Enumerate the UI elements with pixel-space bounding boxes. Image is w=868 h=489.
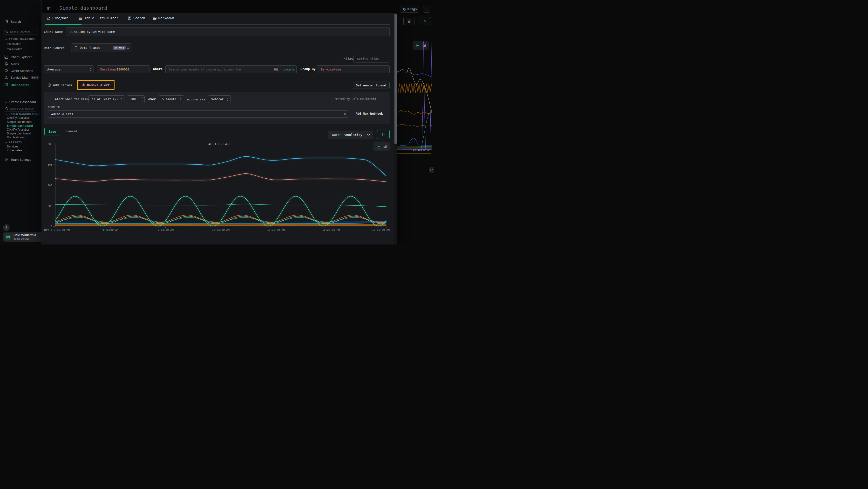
beta-badge: BETA — [31, 76, 39, 79]
alias-input[interactable]: Series alias — [353, 55, 390, 62]
field-divisor: 1000000 — [117, 67, 129, 71]
alias-rule — [44, 59, 343, 59]
saved-dashboards-header[interactable]: SAVED DASHBOARDS — [5, 113, 41, 115]
dashboard-item-active[interactable]: Simple dashboard — [7, 124, 33, 127]
sidebar-divider — [0, 89, 41, 89]
tab-markdown[interactable]: Markdown — [153, 16, 174, 20]
number-spinner[interactable] — [140, 95, 145, 103]
svg-text:Alert Threshold: Alert Threshold — [208, 143, 232, 146]
presets-header[interactable]: PRESETS — [5, 141, 22, 144]
sidebar-item-service-map[interactable]: Service Map BETA — [4, 76, 39, 79]
alert-condition-select[interactable]: is at least (≥) — [89, 95, 124, 103]
svg-text:800: 800 — [48, 143, 52, 146]
svg-text:Nov 6 9:35:00 AM: Nov 6 9:35:00 AM — [44, 228, 70, 231]
chevron-up-down-icon — [180, 98, 182, 101]
chevron-down-icon — [5, 142, 7, 143]
modal-scrollbar[interactable] — [395, 14, 397, 144]
where-label: Where — [153, 67, 162, 71]
data-source-label: Data Source — [44, 46, 65, 50]
dashboard-item[interactable]: Simple Dashboard — [7, 120, 32, 123]
line-chart-toggle-icon — [430, 169, 433, 171]
hierarchy-icon — [4, 76, 8, 79]
chevron-down-icon[interactable] — [142, 100, 143, 102]
chart-name-input[interactable]: Duration by Service Name — [66, 27, 390, 36]
tab-number[interactable]: 123 Number — [100, 16, 118, 20]
saved-searches-field[interactable] — [10, 30, 35, 33]
sidebar-item-dashboards[interactable]: Dashboards — [4, 83, 29, 87]
sql-mode[interactable]: SQL — [273, 68, 279, 71]
svg-text:600: 600 — [48, 163, 52, 166]
cancel-button[interactable]: Cancel — [66, 130, 78, 133]
data-source-select[interactable]: Demo Traces Schema — [71, 44, 131, 52]
send-to-select[interactable]: #demo-alerts — [48, 110, 348, 118]
schema-badge: Schema — [113, 46, 126, 50]
alert-channel-select[interactable]: Webhook — [208, 95, 231, 103]
tab-table[interactable]: Table — [79, 16, 94, 20]
saved-dashboards-field[interactable] — [10, 107, 35, 110]
database-icon — [74, 46, 78, 50]
svg-text:200: 200 — [48, 204, 52, 207]
saved-searches-header[interactable]: SAVED SEARCHES — [5, 38, 35, 41]
dashboard-item[interactable]: ClickPy Analytics — [7, 116, 29, 119]
background-toggle-partial[interactable] — [429, 167, 434, 173]
tab-search[interactable]: Search — [128, 16, 145, 20]
123-icon: 123 — [100, 17, 105, 20]
section-divider — [44, 79, 390, 79]
saved-searches-input[interactable] — [3, 29, 38, 35]
send-to-label: Send to — [48, 105, 60, 109]
page-title: Simple dashboard — [59, 5, 107, 10]
field-expression-input[interactable]: Duration/1000000 — [97, 65, 150, 74]
alert-window-select[interactable]: 5 minute — [159, 95, 184, 103]
lucene-mode[interactable]: Lucene — [284, 68, 294, 71]
app-root: HyperDX Simple dashboard 0 Tags ⋮ Search… — [0, 0, 434, 244]
svg-text:400: 400 — [48, 184, 52, 187]
group-by-input[interactable]: ServiceName — [317, 65, 390, 74]
chevron-up-down-icon — [227, 98, 228, 101]
aggregation-select[interactable]: Average — [44, 65, 94, 74]
sidebar-item-chart-explorer[interactable]: Chart Explorer — [4, 55, 32, 59]
create-dashboard-button[interactable]: + Create Dashboard — [5, 100, 36, 104]
add-webhook-button[interactable]: Add New Webhook — [355, 112, 383, 115]
alert-threshold-input[interactable]: 800 — [127, 95, 145, 103]
dashboard-grid-icon — [4, 83, 8, 87]
alias-label: Alias — [344, 57, 353, 61]
user-subtitle: demo-service - — [13, 237, 31, 240]
sidebar-item-alerts[interactable]: Alerts — [4, 62, 19, 66]
saved-dashboards-input[interactable] — [3, 106, 38, 112]
saved-search-item[interactable]: mikes tets2 — [7, 48, 22, 51]
sidebar-item-label: Search — [10, 20, 21, 23]
over-label: over — [148, 97, 156, 101]
background-divider — [397, 169, 434, 169]
active-tab-underline — [44, 24, 82, 25]
avatar: DM — [5, 234, 11, 240]
topbar: HyperDX Simple dashboard 0 Tags ⋮ — [0, 0, 434, 13]
sidebar-item-client-sessions[interactable]: Client Sessions — [4, 69, 33, 73]
sidebar-toggle-icon[interactable] — [47, 6, 51, 10]
set-number-format-button[interactable]: Set number format — [353, 82, 390, 89]
dashboard-item[interactable]: ClickPy Analytics — [7, 128, 29, 131]
chevron-up-down-icon — [127, 46, 129, 50]
tab-line-bar[interactable]: Line/Bar — [47, 16, 68, 20]
section-divider — [43, 40, 390, 40]
svg-text:9:45:00 AM: 9:45:00 AM — [102, 228, 119, 231]
bell-icon — [4, 62, 8, 66]
question-mark-icon: ? — [5, 226, 7, 230]
svg-text:10:05:00 AM: 10:05:00 AM — [212, 228, 229, 231]
saved-search-item[interactable]: mikes alert — [7, 42, 21, 46]
background-page: 10:35:00 AM — [397, 13, 434, 244]
preset-item[interactable]: Services — [7, 145, 18, 148]
help-button[interactable]: ? — [3, 224, 10, 231]
dashboard-item[interactable]: My Dashboard — [7, 136, 26, 139]
chevron-up-icon[interactable] — [142, 97, 143, 98]
dashboard-item[interactable]: Simple dashboard — [7, 132, 31, 135]
laptop-icon — [4, 69, 8, 73]
gear-icon — [4, 157, 8, 162]
field-name: Duration — [100, 67, 115, 71]
add-series-button[interactable]: Add Series — [48, 83, 72, 87]
preset-item[interactable]: Kubernetes — [7, 149, 22, 152]
remove-alert-button[interactable]: Remove Alert — [82, 83, 110, 87]
sidebar-item-search[interactable]: Search — [4, 20, 21, 23]
where-input[interactable]: Search your events w/ Lucene ex. column:… — [165, 65, 297, 74]
sidebar-item-team-settings[interactable]: Team Settings — [4, 157, 31, 162]
chevron-down-icon — [5, 39, 7, 40]
